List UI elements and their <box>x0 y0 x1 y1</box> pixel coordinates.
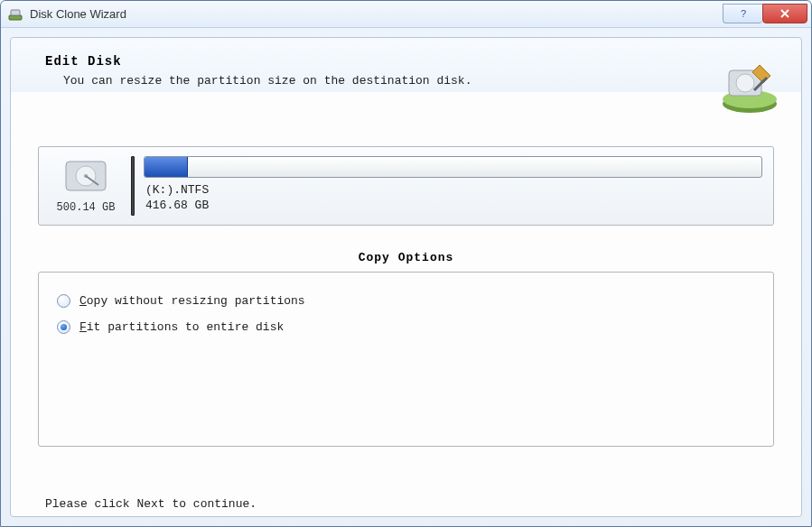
partition-fill <box>145 157 188 177</box>
partition-size: 416.68 GB <box>145 199 762 214</box>
radio-indicator <box>57 294 70 308</box>
svg-rect-1 <box>11 10 20 15</box>
radio-fit-to-disk[interactable]: Fit partitions to entire disk <box>57 320 755 334</box>
partition-divider <box>131 156 135 216</box>
wizard-content: Edit Disk You can resize the partition s… <box>10 37 802 517</box>
page-subtitle: You can resize the partition size on the… <box>45 74 471 88</box>
wizard-window: Disk Clone Wizard ? Edit Disk You can re… <box>0 0 812 527</box>
copy-options-panel: Copy without resizing partitions Fit par… <box>38 272 774 447</box>
window-controls: ? <box>723 5 807 23</box>
window-title: Disk Clone Wizard <box>30 7 715 21</box>
svg-rect-0 <box>9 15 22 20</box>
page-title: Edit Disk <box>45 54 471 69</box>
app-icon <box>8 7 23 22</box>
page-header: Edit Disk You can resize the partition s… <box>11 38 801 146</box>
radio-indicator <box>57 320 70 334</box>
svg-text:?: ? <box>740 8 745 19</box>
partition-bar[interactable] <box>144 156 762 178</box>
radio-label: Fit partitions to entire disk <box>79 320 284 334</box>
help-button[interactable]: ? <box>723 4 762 23</box>
disk-summary: 500.14 GB <box>50 158 122 214</box>
copy-options-title: Copy Options <box>11 251 801 264</box>
partition-track: (K:).NTFS 416.68 GB <box>144 156 762 216</box>
disk-tools-icon <box>718 54 781 117</box>
radio-copy-without-resizing[interactable]: Copy without resizing partitions <box>57 294 755 308</box>
close-button[interactable] <box>762 4 807 23</box>
footer-hint: Please click Next to continue. <box>45 497 257 511</box>
svg-point-6 <box>736 74 754 92</box>
hard-drive-icon <box>64 158 107 198</box>
radio-label: Copy without resizing partitions <box>79 294 305 308</box>
disk-total-size: 500.14 GB <box>57 201 116 214</box>
titlebar[interactable]: Disk Clone Wizard ? <box>1 1 811 28</box>
partition-name: (K:).NTFS <box>145 183 762 199</box>
disk-panel: 500.14 GB (K:).NTFS 416.68 GB <box>38 146 774 226</box>
